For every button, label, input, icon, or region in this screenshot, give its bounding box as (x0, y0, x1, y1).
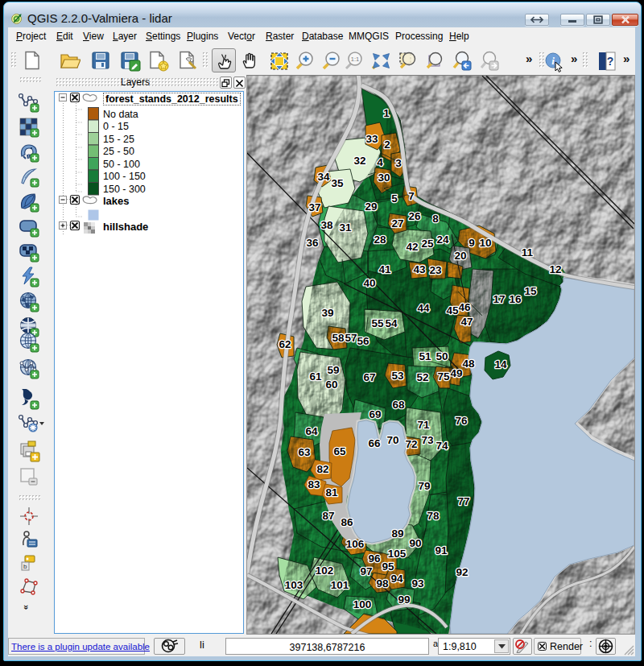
svg-text:16: 16 (509, 293, 522, 305)
svg-text:37: 37 (308, 201, 320, 213)
svg-text:68: 68 (392, 399, 405, 411)
svg-text:23: 23 (429, 264, 442, 276)
svg-text:53: 53 (391, 370, 404, 382)
svg-text:90: 90 (409, 537, 421, 549)
svg-text:106: 106 (346, 538, 365, 550)
svg-text:14: 14 (494, 358, 507, 370)
svg-text:71: 71 (417, 419, 430, 431)
svg-text:46: 46 (458, 301, 471, 313)
svg-text:40: 40 (363, 277, 375, 289)
svg-text:38: 38 (320, 219, 333, 231)
svg-text:26: 26 (408, 210, 421, 222)
svg-text:1:1: 1:1 (351, 56, 359, 63)
svg-text:?: ? (607, 55, 614, 68)
svg-text:7: 7 (408, 190, 415, 202)
svg-text:103: 103 (285, 579, 303, 591)
svg-text:47: 47 (460, 316, 473, 328)
svg-text:31: 31 (339, 221, 352, 234)
svg-text:34: 34 (317, 171, 330, 183)
svg-text:72: 72 (405, 438, 417, 450)
svg-text:74: 74 (436, 440, 448, 452)
svg-text:27: 27 (391, 217, 403, 230)
svg-text:20: 20 (454, 250, 466, 262)
svg-text:101: 101 (331, 579, 349, 591)
svg-text:15: 15 (524, 285, 537, 297)
svg-text:50: 50 (436, 350, 448, 362)
svg-text:82: 82 (316, 463, 328, 475)
svg-text:70: 70 (386, 434, 398, 446)
svg-text:102: 102 (316, 565, 334, 577)
svg-text:95: 95 (382, 561, 394, 573)
svg-text:75: 75 (437, 370, 450, 383)
svg-text:91: 91 (435, 544, 448, 556)
svg-text:25: 25 (421, 238, 434, 250)
svg-text:56: 56 (357, 335, 369, 347)
svg-text:1: 1 (383, 107, 390, 119)
svg-text:5: 5 (391, 192, 398, 205)
svg-text:49: 49 (450, 367, 462, 379)
svg-text:94: 94 (390, 573, 403, 585)
svg-text:100: 100 (353, 598, 372, 610)
svg-text:73: 73 (421, 434, 434, 446)
svg-text:29: 29 (365, 201, 377, 213)
svg-text:59: 59 (327, 364, 339, 376)
svg-text:65: 65 (333, 445, 346, 457)
svg-text:55: 55 (371, 317, 384, 329)
svg-text:93: 93 (411, 577, 424, 589)
svg-text:83: 83 (308, 478, 320, 490)
svg-text:98: 98 (376, 577, 389, 589)
svg-text:35: 35 (331, 177, 344, 189)
svg-text:81: 81 (325, 486, 338, 498)
svg-text:86: 86 (341, 516, 353, 528)
svg-text:66: 66 (368, 437, 381, 449)
svg-text:8: 8 (432, 213, 439, 225)
svg-text:92: 92 (456, 566, 468, 578)
svg-text:51: 51 (419, 350, 431, 362)
svg-text:76: 76 (455, 415, 468, 427)
svg-text:32: 32 (353, 155, 365, 167)
svg-text:17: 17 (493, 293, 505, 305)
svg-text:64: 64 (305, 425, 318, 437)
svg-text:44: 44 (417, 302, 430, 314)
svg-text:42: 42 (406, 241, 418, 253)
svg-text:99: 99 (398, 594, 410, 606)
svg-text:57: 57 (345, 332, 357, 344)
svg-text:28: 28 (374, 234, 386, 246)
svg-text:96: 96 (368, 552, 381, 565)
svg-text:2: 2 (384, 139, 390, 151)
svg-text:4: 4 (377, 156, 383, 168)
svg-text:45: 45 (446, 304, 459, 316)
svg-text:105: 105 (388, 548, 407, 560)
svg-text:i: i (551, 55, 555, 67)
svg-text:54: 54 (385, 317, 398, 329)
svg-text:b: b (23, 563, 27, 570)
svg-text:39: 39 (321, 307, 333, 319)
svg-text:36: 36 (306, 237, 319, 249)
svg-text:97: 97 (360, 565, 372, 577)
svg-text:63: 63 (298, 446, 311, 458)
svg-text:77: 77 (457, 495, 469, 507)
svg-text:12: 12 (549, 263, 561, 275)
svg-text:10: 10 (479, 237, 491, 249)
svg-text:41: 41 (378, 263, 391, 275)
svg-text:9: 9 (469, 237, 475, 249)
svg-text:61: 61 (309, 370, 322, 383)
svg-text:3: 3 (395, 157, 402, 169)
svg-text:69: 69 (369, 408, 381, 420)
svg-text:11: 11 (522, 246, 534, 259)
svg-text:87: 87 (322, 510, 334, 522)
svg-text:58: 58 (332, 332, 345, 344)
svg-text:67: 67 (363, 371, 375, 383)
svg-text:43: 43 (413, 263, 426, 275)
svg-text:78: 78 (427, 510, 440, 522)
svg-text:60: 60 (325, 379, 337, 391)
svg-text:89: 89 (391, 527, 403, 540)
svg-text:62: 62 (279, 338, 291, 350)
svg-text:79: 79 (418, 480, 430, 492)
svg-text:30: 30 (378, 172, 390, 184)
svg-text:52: 52 (416, 371, 428, 383)
svg-text:24: 24 (436, 234, 449, 246)
svg-text:33: 33 (365, 133, 378, 145)
svg-text:48: 48 (462, 358, 475, 370)
